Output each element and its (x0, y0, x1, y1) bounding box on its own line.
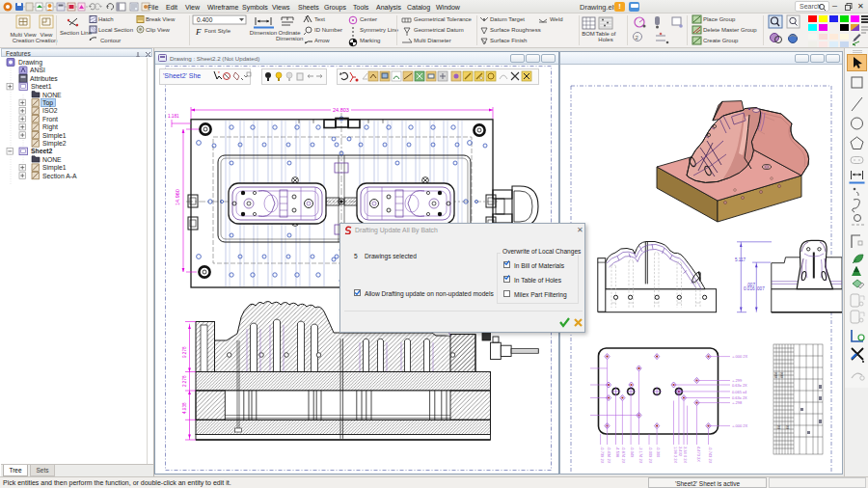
svg-text:2: 2 (636, 35, 639, 41)
svg-text:-0.434 2X: -0.434 2X (607, 447, 611, 464)
svg-text:Drawing: Drawing (18, 59, 42, 67)
svg-text:8.8: 8.8 (785, 425, 789, 430)
svg-text:-0.049: -0.049 (630, 447, 635, 458)
svg-text:+.000 2X: +.000 2X (732, 423, 747, 428)
svg-text:-4.598: -4.598 (615, 447, 620, 458)
svg-text:Simple2: Simple2 (42, 140, 67, 148)
svg-text:-2.174 2X: -2.174 2X (638, 447, 643, 464)
svg-text:Simple1: Simple1 (42, 132, 67, 140)
svg-text:8.8: 8.8 (776, 425, 780, 430)
svg-text:ANSI: ANSI (30, 67, 45, 73)
svg-text:-0.874 2X: -0.874 2X (621, 447, 626, 464)
svg-text:9.278: 9.278 (182, 346, 187, 358)
svg-text:24.803: 24.803 (333, 107, 349, 113)
svg-text:14.960: 14.960 (175, 189, 180, 205)
svg-text:2.34 0 2X: 2.34 0 2X (683, 447, 688, 463)
svg-text:0.63x 2X: 0.63x 2X (732, 383, 747, 388)
svg-text:8.88: 8.88 (779, 372, 783, 378)
svg-text:4.938: 4.938 (182, 402, 187, 414)
svg-text:Right: Right (42, 123, 58, 131)
svg-text:-0.743 2X: -0.743 2X (708, 447, 713, 464)
svg-text:1.98 2 2X: 1.98 2 2X (673, 447, 678, 463)
svg-text:-0.739 2X: -0.739 2X (600, 447, 605, 464)
svg-text:2.278: 2.278 (182, 375, 187, 387)
svg-text:0.016 .007: 0.016 .007 (744, 286, 765, 291)
svg-text:Front: Front (42, 116, 58, 122)
svg-text:+.000 2X: +.000 2X (732, 354, 747, 359)
svg-text:+.298: +.298 (732, 400, 743, 405)
svg-text:8.88: 8.88 (773, 372, 777, 378)
svg-text:Simple1: Simple1 (42, 164, 67, 172)
svg-text:Sheet2: Sheet2 (31, 148, 53, 154)
svg-text:0.400: 0.400 (197, 16, 213, 23)
svg-text:-0.300: -0.300 (656, 447, 661, 458)
svg-text:4.473 2X: 4.473 2X (696, 447, 701, 462)
svg-text:2.432: 2.432 (678, 447, 683, 457)
svg-text:NONE: NONE (42, 156, 62, 163)
svg-text:Section A-A: Section A-A (42, 173, 77, 179)
svg-text:ISO2: ISO2 (42, 107, 58, 114)
svg-text:5.117: 5.117 (735, 258, 746, 262)
svg-text:NONE: NONE (42, 92, 62, 98)
svg-text:Attributes: Attributes (30, 75, 58, 82)
svg-text:Sheet1: Sheet1 (31, 83, 52, 90)
svg-text:1.181: 1.181 (168, 114, 179, 119)
svg-text:0.065 x4: 0.065 x4 (732, 390, 747, 394)
svg-text:-0.009 2X: -0.009 2X (648, 447, 653, 464)
svg-text:F: F (195, 27, 202, 37)
svg-text:*: * (218, 70, 220, 76)
svg-text:Top: Top (42, 99, 53, 107)
